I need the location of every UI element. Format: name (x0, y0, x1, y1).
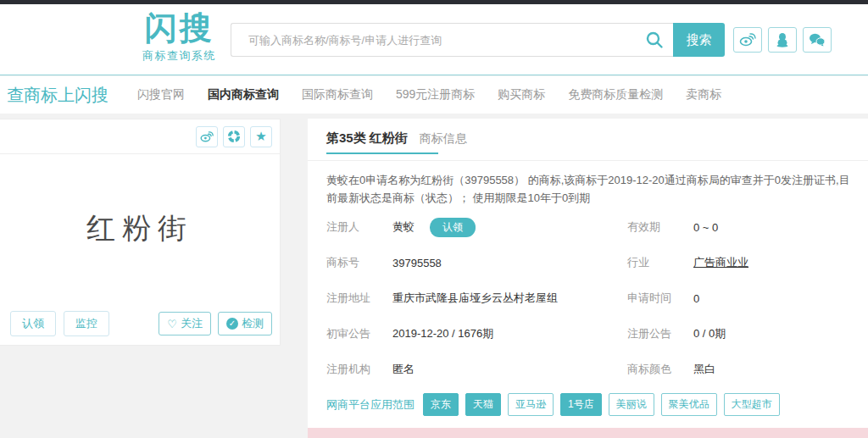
detect-button[interactable]: ✓检测 (218, 312, 272, 335)
trademark-description: 黄蛟在0申请名称为红粉街（39795558） 的商标,该商标于2019-12-2… (326, 171, 858, 208)
monitor-button[interactable]: 监控 (64, 311, 109, 336)
search-icon[interactable] (644, 30, 665, 50)
detail-panel: 第35类 红粉街 商标信息 黄蛟在0申请名称为红粉街（39795558） 的商标… (308, 119, 868, 428)
nav-item[interactable]: 闪搜官网 (137, 87, 185, 103)
follow-detect-group: ♡关注 ✓检测 (159, 312, 272, 335)
nav-item[interactable]: 599元注册商标 (396, 87, 475, 103)
field-value: 0 / 0期 (693, 326, 726, 341)
detail-tab-row: 第35类 红粉街 商标信息 (326, 130, 467, 147)
wechat-icon[interactable] (803, 27, 832, 53)
field-row: 注册公告0 / 0期 (627, 316, 865, 352)
platform-badge[interactable]: 1号店 (560, 393, 602, 416)
trademark-card: ★ 红粉街 认领 监控 ♡关注 ✓检测 (0, 119, 281, 346)
logo-text: 闪搜 (142, 10, 216, 47)
nav-item[interactable]: 国内商标查询 (208, 87, 279, 103)
field-label: 商标颜色 (627, 362, 693, 377)
search-input[interactable] (231, 23, 673, 57)
field-value: 匿名 (392, 362, 415, 377)
field-label: 注册公告 (627, 326, 693, 341)
platforms-label: 网商平台应用范围 (326, 397, 415, 413)
field-row: 注册机构匿名 (326, 352, 615, 387)
field-row: 注册地址重庆市武隆县庙垭乡云丛村老屋组 (326, 280, 615, 316)
field-value: 黄蛟 (392, 219, 415, 235)
field-label: 有效期 (627, 219, 693, 235)
bottom-pink-bar (308, 428, 868, 438)
tab-underline (326, 152, 438, 154)
field-value: 2019-12-20 / 1676期 (392, 326, 493, 341)
trademark-text: 红粉街 (86, 209, 193, 248)
claim-badge-button[interactable]: 认领 (430, 218, 476, 237)
field-label: 商标号 (326, 255, 392, 270)
heart-icon: ♡ (167, 318, 177, 330)
platforms-row: 网商平台应用范围 京东天猫亚马逊1号店美丽说聚美优品大型超市 (326, 393, 780, 416)
field-row: 商标号39795558 (326, 245, 615, 280)
field-value: 39795558 (392, 257, 442, 269)
field-row: 初审公告2019-12-20 / 1676期 (326, 316, 615, 352)
tab-trademark-info[interactable]: 商标信息 (420, 131, 467, 147)
nav-item[interactable]: 卖商标 (686, 87, 721, 103)
nav-bar: 查商标上闪搜 闪搜官网国内商标查询国际商标查询599元注册商标购买商标免费商标质… (0, 76, 868, 114)
platform-badge[interactable]: 美丽说 (609, 393, 654, 416)
platform-badge[interactable]: 亚马逊 (508, 393, 554, 416)
field-row: 有效期0 ~ 0 (627, 209, 865, 245)
claim-button[interactable]: 认领 (10, 311, 56, 336)
platform-badge[interactable]: 天猫 (465, 393, 501, 416)
field-label: 注册地址 (326, 291, 392, 306)
search-button[interactable]: 搜索 (673, 23, 725, 57)
nav-slogan: 查商标上闪搜 (7, 84, 108, 107)
wechat-moments-icon[interactable] (223, 126, 245, 147)
logo[interactable]: 闪搜 商标查询系统 (142, 10, 216, 64)
trademark-image: 红粉街 (0, 154, 280, 302)
field-label: 初审公告 (326, 326, 392, 341)
platform-badge[interactable]: 聚美优品 (661, 393, 717, 416)
fields-right-column: 有效期0 ~ 0行业广告商业业申请时间0注册公告0 / 0期商标颜色黑白 (627, 209, 865, 387)
nav-items: 闪搜官网国内商标查询国际商标查询599元注册商标购买商标免费商标质量检测卖商标 (137, 87, 721, 103)
field-label: 注册人 (326, 219, 392, 235)
field-row: 注册人黄蛟认领 (326, 209, 615, 245)
nav-item[interactable]: 购买商标 (498, 87, 545, 103)
header: 闪搜 商标查询系统 搜索 (0, 4, 868, 75)
platform-badge[interactable]: 大型超市 (724, 393, 780, 416)
field-value: 0 ~ 0 (693, 221, 718, 234)
platform-badge[interactable]: 京东 (423, 393, 459, 416)
follow-button[interactable]: ♡关注 (159, 312, 211, 335)
check-circle-icon: ✓ (226, 318, 238, 330)
field-row: 商标颜色黑白 (627, 352, 865, 387)
fields-left-column: 注册人黄蛟认领商标号39795558注册地址重庆市武隆县庙垭乡云丛村老屋组初审公… (326, 209, 615, 387)
field-row: 行业广告商业业 (627, 245, 865, 280)
weibo-icon[interactable] (196, 126, 218, 147)
field-value: 黑白 (693, 362, 715, 377)
field-row: 申请时间0 (627, 280, 865, 316)
nav-item[interactable]: 国际商标查询 (302, 87, 373, 103)
field-value[interactable]: 广告商业业 (693, 255, 748, 270)
social-links (733, 27, 832, 53)
logo-subtitle: 商标查询系统 (142, 48, 216, 64)
field-label: 行业 (627, 255, 693, 270)
star-icon[interactable]: ★ (250, 126, 272, 147)
search-box (231, 23, 673, 57)
detail-title: 第35类 红粉街 (326, 130, 408, 147)
trademark-actions: 认领 监控 ♡关注 ✓检测 (10, 311, 272, 336)
weibo-icon[interactable] (733, 27, 762, 53)
field-label: 申请时间 (627, 291, 693, 306)
field-value: 重庆市武隆县庙垭乡云丛村老屋组 (392, 291, 558, 306)
nav-item[interactable]: 免费商标质量检测 (568, 87, 663, 103)
divider (308, 160, 868, 161)
field-label: 注册机构 (326, 362, 392, 377)
field-value: 0 (693, 292, 699, 305)
share-row: ★ (0, 119, 280, 154)
qq-icon[interactable] (768, 27, 797, 53)
